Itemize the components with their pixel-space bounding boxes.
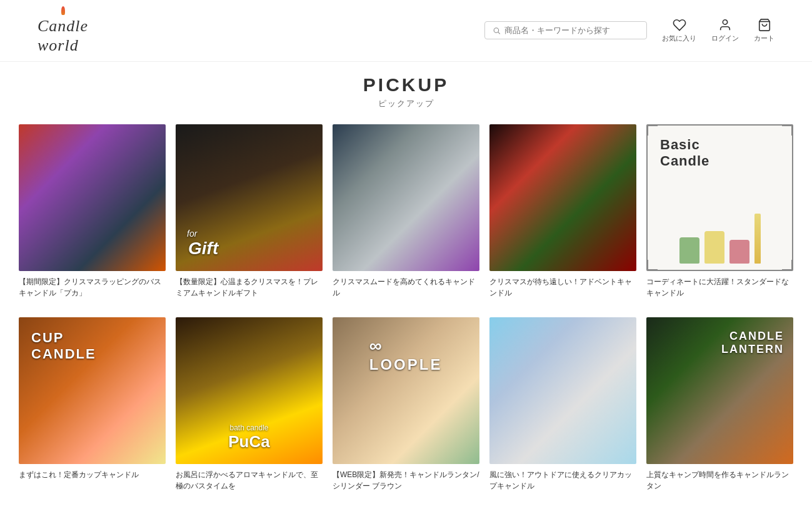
pickup-title: PICKUP [0,74,812,96]
product-caption-1: 【期間限定】クリスマスラッピングのバスキャンドル「プカ」 [19,276,166,299]
product-grid-row2: CUPCANDLE まずはこれ！定番カップキャンドル bath candle P… [0,317,812,492]
main-content: PICKUP ピックアップ 【期間限定】クリスマスラッピングのバスキャンドル「プ… [0,62,812,517]
gift-main-label: Gift [188,239,218,259]
product-image-8: ∞ LOOPLE [333,317,479,464]
product-card-10[interactable]: CANDLELANTERN 上質なキャンプ時間を作るキャンドルランタン [646,317,793,492]
logo-flame [61,6,65,15]
candle-yellow [704,231,724,264]
corner-tr [782,124,793,136]
pickup-subtitle: ピックアップ [0,98,812,109]
user-icon [718,18,732,32]
logo[interactable]: Candle world [38,6,88,55]
loople-label: ∞ LOOPLE [369,336,443,373]
logo-text: Candle world [38,16,88,55]
lantern-label: CANDLELANTERN [721,330,784,356]
cup-candle-label: CUPCANDLE [31,330,96,362]
search-bar[interactable] [484,21,647,39]
product-image-6: CUPCANDLE [19,317,166,464]
basic-candle-inner: Basic Candle [648,126,792,270]
cart-icon [758,18,771,32]
corner-bl [646,260,658,271]
login-button[interactable]: ログイン [711,18,739,43]
product-card-3[interactable]: クリスマスムードを高めてくれるキャンドル [333,124,479,299]
product-caption-9: 風に強い！アウトドアに使えるクリアカップキャンドル [489,469,636,492]
product-image-3 [333,124,479,271]
gift-for-label: for [187,229,197,239]
puca-label: bath candle PuCa [228,423,269,452]
product-image-2: for Gift [176,124,323,271]
cart-button[interactable]: カート [754,18,774,43]
candle-green [679,237,699,264]
product-card-8[interactable]: ∞ LOOPLE 【WEB限定】新発売！キャンドルランタン/シリンダー ブラウン [333,317,479,492]
pickup-section: PICKUP ピックアップ [0,74,812,109]
favorite-button[interactable]: お気に入り [662,18,696,43]
svg-point-0 [494,28,499,33]
product-caption-6: まずはこれ！定番カップキャンドル [19,469,166,480]
header-right: お気に入り ログイン カート [484,18,774,43]
product-card-5[interactable]: Basic Candle コーディネートに大活躍！スタンダードなキャンドル [646,124,793,299]
product-image-10: CANDLELANTERN [646,317,793,464]
product-card-2[interactable]: for Gift 【数量限定】心温まるクリスマスを！プレミアムキャンドルギフト [176,124,323,299]
heart-icon [673,18,686,32]
product-card-4[interactable]: クリスマスが待ち遠しい！アドベントキャンドル [489,124,636,299]
product-card-6[interactable]: CUPCANDLE まずはこれ！定番カップキャンドル [19,317,166,492]
product-caption-8: 【WEB限定】新発売！キャンドルランタン/シリンダー ブラウン [333,469,479,492]
product-image-7: bath candle PuCa [176,317,323,464]
product-card-7[interactable]: bath candle PuCa お風呂に浮かべるアロマキャンドルで、至極のバス… [176,317,323,492]
product-caption-10: 上質なキャンプ時間を作るキャンドルランタン [646,469,793,492]
basic-candle-title: Basic Candle [654,137,786,169]
product-grid-row1: 【期間限定】クリスマスラッピングのバスキャンドル「プカ」 for Gift 【数… [0,124,812,299]
product-caption-4: クリスマスが待ち遠しい！アドベントキャンドル [489,276,636,299]
product-image-1 [19,124,166,271]
corner-tl [646,124,658,136]
search-input[interactable] [504,26,639,35]
product-caption-7: お風呂に浮かべるアロマキャンドルで、至極のバスタイムを [176,469,323,492]
svg-line-1 [498,32,500,34]
product-caption-3: クリスマスムードを高めてくれるキャンドル [333,276,479,299]
candle-pink [729,240,749,264]
product-card-9[interactable]: 風に強い！アウトドアに使えるクリアカップキャンドル [489,317,636,492]
product-image-4 [489,124,636,271]
candle-taper [754,214,761,264]
corner-br [782,260,793,271]
product-caption-5: コーディネートに大活躍！スタンダードなキャンドル [646,276,793,299]
basic-candle-visuals [679,214,761,264]
product-card-1[interactable]: 【期間限定】クリスマスラッピングのバスキャンドル「プカ」 [19,124,166,299]
product-caption-2: 【数量限定】心温まるクリスマスを！プレミアムキャンドルギフト [176,276,323,299]
product-image-9 [489,317,636,464]
svg-point-2 [723,20,727,24]
header: Candle world お気に入り ログイン カート [0,0,812,62]
search-icon [493,26,501,35]
product-image-5: Basic Candle [646,124,793,271]
